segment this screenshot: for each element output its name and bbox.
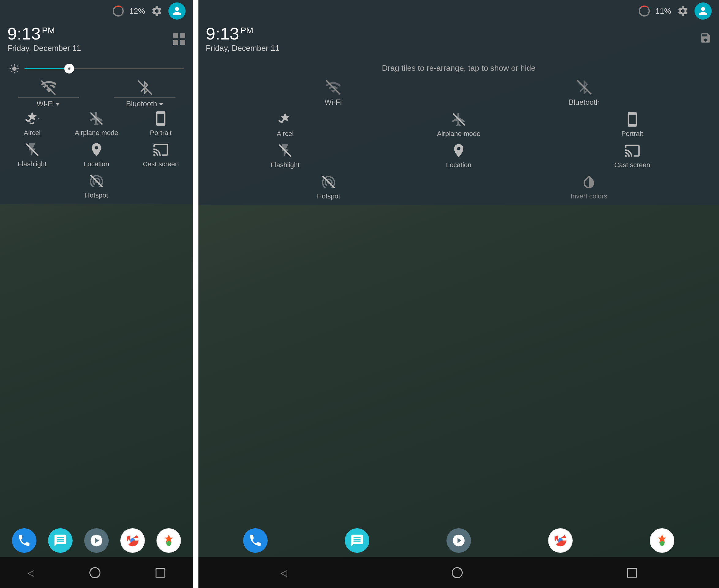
right-bluetooth-icon [576, 79, 593, 96]
right-tiles-row3: Hotspot Invert colors [198, 174, 719, 200]
bt-icon-area [114, 80, 175, 98]
pinwheel-app[interactable] [156, 528, 181, 553]
right-tiles-row2: Flashlight Location Cast screen [198, 143, 719, 169]
flashlight-label: Flashlight [18, 160, 46, 168]
aircel-label: Aircel [24, 129, 40, 137]
hotspot-tile[interactable]: Hotspot [70, 173, 123, 200]
time-block: 9:13PM Friday, December 11 [7, 25, 81, 53]
right-cast-label: Cast screen [614, 161, 650, 169]
expand-grid-icon[interactable] [173, 33, 186, 45]
chrome-app[interactable] [120, 528, 145, 553]
wifi-chevron [56, 103, 60, 106]
right-dialer-app[interactable] [446, 528, 471, 553]
brightness-row[interactable] [0, 57, 193, 80]
home-button[interactable] [89, 567, 101, 578]
cast-tile[interactable]: Cast screen [135, 142, 187, 168]
right-back-button[interactable]: ◁ [280, 568, 287, 578]
app-dock [0, 524, 193, 558]
right-date-display: Friday, December 11 [206, 43, 280, 53]
right-airplane-label: Airplane mode [437, 130, 481, 138]
brightness-thumb [64, 64, 74, 74]
aircel-icon [24, 110, 40, 126]
dialer-app[interactable] [84, 528, 109, 553]
flashlight-tile[interactable]: Flashlight [6, 142, 58, 168]
tiles-row2: Flashlight Location Cast screen [0, 142, 193, 168]
bt-chevron [159, 103, 163, 106]
right-wifi-icon [325, 79, 341, 96]
airplane-label: Airplane mode [75, 129, 118, 137]
wifi-tile[interactable]: Wi-Fi [12, 80, 85, 108]
right-airplane-icon [451, 111, 467, 127]
right-phone-app[interactable] [243, 528, 268, 553]
wifi-icon-area [18, 80, 79, 98]
right-hotspot-tile[interactable]: Hotspot [302, 174, 355, 200]
right-recent-button[interactable] [627, 568, 637, 578]
right-app-dock [198, 524, 719, 558]
brightness-track[interactable] [24, 68, 184, 69]
wifi-bt-row: Wi-Fi Bluetooth [0, 80, 193, 108]
hotspot-label: Hotspot [85, 191, 108, 200]
portrait-tile[interactable]: Portrait [135, 110, 187, 137]
right-hotspot-label: Hotspot [317, 192, 340, 200]
invert-colors-label: Invert colors [570, 192, 607, 200]
right-location-tile[interactable]: Location [433, 143, 485, 169]
avatar[interactable] [168, 2, 186, 20]
right-bluetooth-tile[interactable]: Bluetooth [558, 79, 610, 107]
right-bluetooth-label: Bluetooth [569, 98, 599, 107]
invert-colors-tile[interactable]: Invert colors [563, 174, 615, 200]
right-portrait-tile[interactable]: Portrait [606, 111, 658, 138]
drag-hint: Drag tiles to re-arrange, tap to show or… [198, 57, 719, 79]
hotspot-icon [88, 173, 104, 189]
wifi-icon [41, 80, 56, 95]
back-button[interactable]: ◁ [27, 568, 34, 578]
right-nav-bar: ◁ [198, 558, 719, 588]
right-wifi-label: Wi-Fi [324, 98, 342, 107]
right-battery-percent: 11% [655, 6, 671, 16]
location-tile[interactable]: Location [70, 142, 123, 168]
left-time-section: 9:13PM Friday, December 11 [0, 22, 193, 57]
left-phone-panel: 12% 9:13PM Friday, December 11 [0, 0, 193, 588]
right-portrait-label: Portrait [621, 130, 643, 138]
right-cast-tile[interactable]: Cast screen [606, 143, 658, 169]
right-status-bar: 11% [198, 0, 719, 22]
right-tiles-row1: Aircel Airplane mode Portrait [198, 111, 719, 138]
brightness-icon [9, 63, 20, 74]
right-wifi-bt-row: Wi-Fi Bluetooth [198, 79, 719, 107]
right-settings-icon[interactable] [677, 5, 689, 17]
location-icon [88, 142, 104, 158]
left-notif-panel: 12% 9:13PM Friday, December 11 [0, 0, 193, 204]
panel-divider [193, 0, 198, 588]
right-avatar[interactable] [695, 2, 712, 20]
right-aircel-label: Aircel [277, 130, 294, 138]
right-home-button[interactable] [452, 567, 463, 578]
bluetooth-tile[interactable]: Bluetooth [108, 80, 182, 108]
right-time-block: 9:13PM Friday, December 11 [206, 25, 280, 53]
right-aircel-icon [277, 111, 293, 127]
tiles-row3: Hotspot [0, 173, 193, 200]
right-pinwheel-app[interactable] [650, 528, 674, 553]
airplane-tile[interactable]: Airplane mode [70, 110, 123, 137]
location-label: Location [84, 160, 109, 168]
right-phone-panel: 11% 9:13PM Friday, December 11 [198, 0, 719, 588]
right-wifi-tile[interactable]: Wi-Fi [307, 79, 359, 107]
settings-icon[interactable] [151, 5, 163, 17]
right-aircel-tile[interactable]: Aircel [259, 111, 311, 138]
right-messages-app[interactable] [345, 528, 369, 553]
done-icon[interactable] [699, 32, 712, 46]
cast-icon [153, 142, 169, 158]
right-time-section: 9:13PM Friday, December 11 [198, 22, 719, 57]
right-portrait-icon [625, 111, 640, 127]
recent-button[interactable] [155, 568, 165, 578]
right-notif-panel: 11% 9:13PM Friday, December 11 [198, 0, 719, 205]
right-flashlight-icon [277, 143, 293, 159]
flashlight-icon [24, 142, 40, 158]
right-airplane-tile[interactable]: Airplane mode [433, 111, 485, 138]
left-status-bar: 12% [0, 0, 193, 22]
aircel-tile[interactable]: Aircel [6, 110, 58, 137]
phone-app[interactable] [12, 528, 37, 553]
right-chrome-app[interactable] [548, 528, 573, 553]
right-flashlight-tile[interactable]: Flashlight [259, 143, 311, 169]
messages-app[interactable] [48, 528, 72, 553]
left-nav-bar: ◁ [0, 558, 193, 588]
right-hotspot-icon [321, 174, 337, 190]
